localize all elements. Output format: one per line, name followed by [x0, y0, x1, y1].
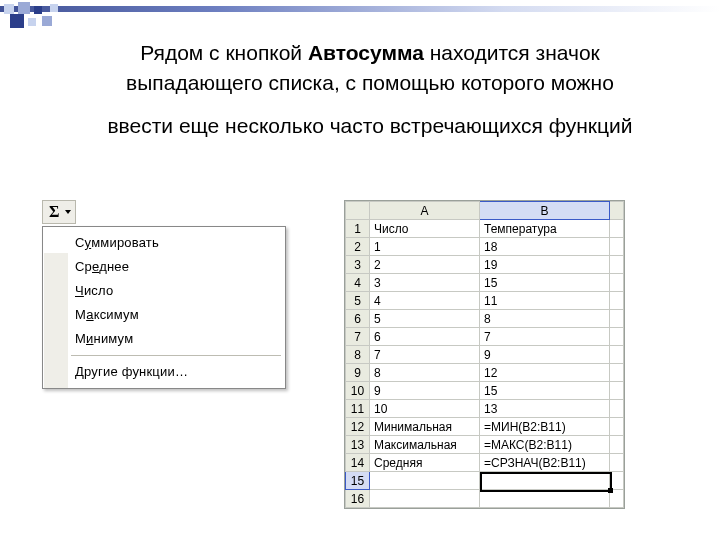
cell-c2[interactable] [610, 238, 624, 256]
table-row: 2118 [346, 238, 624, 256]
row-header[interactable]: 16 [346, 490, 370, 508]
cell-b2[interactable]: 18 [480, 238, 610, 256]
cell-c5[interactable] [610, 292, 624, 310]
table-row: 5411 [346, 292, 624, 310]
cell-a2[interactable]: 1 [370, 238, 480, 256]
cell-b6[interactable]: 8 [480, 310, 610, 328]
cell-b12[interactable]: =МИН(B2:B11) [480, 418, 610, 436]
row-header[interactable]: 1 [346, 220, 370, 238]
row-header[interactable]: 15 [346, 472, 370, 490]
slide: Рядом с кнопкой Автосумма находится знач… [0, 0, 720, 540]
cell-a11[interactable]: 10 [370, 400, 480, 418]
cell-a12[interactable]: Минимальная [370, 418, 480, 436]
table-row: 111013 [346, 400, 624, 418]
cell-c6[interactable] [610, 310, 624, 328]
row-header[interactable]: 12 [346, 418, 370, 436]
cell-b11[interactable]: 13 [480, 400, 610, 418]
cell-c12[interactable] [610, 418, 624, 436]
cell-b1[interactable]: Температура [480, 220, 610, 238]
spreadsheet-table: A B 1ЧислоТемпература2118321943155411658… [345, 201, 624, 508]
cell-c3[interactable] [610, 256, 624, 274]
table-row: 658 [346, 310, 624, 328]
cell-a8[interactable]: 7 [370, 346, 480, 364]
cell-a10[interactable]: 9 [370, 382, 480, 400]
col-header-b[interactable]: B [480, 202, 610, 220]
row-header[interactable]: 5 [346, 292, 370, 310]
row-header[interactable]: 10 [346, 382, 370, 400]
table-row: 13Максимальная=МАКС(B2:B11) [346, 436, 624, 454]
row-header[interactable]: 14 [346, 454, 370, 472]
sigma-icon: Σ [49, 204, 59, 220]
text-bold: Автосумма [308, 41, 424, 64]
cell-c4[interactable] [610, 274, 624, 292]
cell-c9[interactable] [610, 364, 624, 382]
cell-b15[interactable] [480, 472, 610, 490]
table-row: 4315 [346, 274, 624, 292]
cell-a5[interactable]: 4 [370, 292, 480, 310]
text-post: находится значок [424, 41, 600, 64]
menu-item-other-functions[interactable]: Другие функции… [43, 360, 285, 384]
cell-b4[interactable]: 15 [480, 274, 610, 292]
table-row: 15 [346, 472, 624, 490]
cell-a14[interactable]: Средняя [370, 454, 480, 472]
table-row: 879 [346, 346, 624, 364]
cell-a4[interactable]: 3 [370, 274, 480, 292]
menu-item-min[interactable]: Минимум [43, 327, 285, 351]
cell-a15[interactable] [370, 472, 480, 490]
row-header[interactable]: 9 [346, 364, 370, 382]
cell-a7[interactable]: 6 [370, 328, 480, 346]
cell-c15[interactable] [610, 472, 624, 490]
cell-b5[interactable]: 11 [480, 292, 610, 310]
autosum-dropdown: Σ Суммировать Среднее Число Максимум Мин… [42, 200, 286, 389]
menu-item-average[interactable]: Среднее [43, 255, 285, 279]
cell-b3[interactable]: 19 [480, 256, 610, 274]
row-header[interactable]: 7 [346, 328, 370, 346]
cell-c1[interactable] [610, 220, 624, 238]
cell-c7[interactable] [610, 328, 624, 346]
chevron-down-icon [65, 210, 71, 214]
cell-b14[interactable]: =СРЗНАЧ(B2:B11) [480, 454, 610, 472]
row-header[interactable]: 8 [346, 346, 370, 364]
cell-c10[interactable] [610, 382, 624, 400]
menu-item-max[interactable]: Максимум [43, 303, 285, 327]
cell-a9[interactable]: 8 [370, 364, 480, 382]
description-paragraph: Рядом с кнопкой Автосумма находится знач… [60, 38, 680, 141]
cell-b8[interactable]: 9 [480, 346, 610, 364]
cell-b16[interactable] [480, 490, 610, 508]
table-row: 16 [346, 490, 624, 508]
row-header[interactable]: 6 [346, 310, 370, 328]
table-row: 12Минимальная=МИН(B2:B11) [346, 418, 624, 436]
row-header[interactable]: 13 [346, 436, 370, 454]
cell-b10[interactable]: 15 [480, 382, 610, 400]
col-header-a[interactable]: A [370, 202, 480, 220]
cell-c11[interactable] [610, 400, 624, 418]
table-row: 9812 [346, 364, 624, 382]
cell-c13[interactable] [610, 436, 624, 454]
menu-item-sum[interactable]: Суммировать [43, 231, 285, 255]
row-header[interactable]: 4 [346, 274, 370, 292]
col-header-c[interactable] [610, 202, 624, 220]
cell-c14[interactable] [610, 454, 624, 472]
row-header[interactable]: 2 [346, 238, 370, 256]
cell-a13[interactable]: Максимальная [370, 436, 480, 454]
cell-a3[interactable]: 2 [370, 256, 480, 274]
menu-divider [71, 355, 281, 356]
cell-b13[interactable]: =МАКС(B2:B11) [480, 436, 610, 454]
cell-a6[interactable]: 5 [370, 310, 480, 328]
cell-a1[interactable]: Число [370, 220, 480, 238]
table-row: 10915 [346, 382, 624, 400]
autosum-button[interactable]: Σ [42, 200, 76, 224]
table-row: 767 [346, 328, 624, 346]
cell-b9[interactable]: 12 [480, 364, 610, 382]
cell-c8[interactable] [610, 346, 624, 364]
corner-decoration [0, 0, 200, 40]
row-header[interactable]: 11 [346, 400, 370, 418]
menu-item-count[interactable]: Число [43, 279, 285, 303]
cell-b7[interactable]: 7 [480, 328, 610, 346]
row-header[interactable]: 3 [346, 256, 370, 274]
cell-c16[interactable] [610, 490, 624, 508]
corner-cell[interactable] [346, 202, 370, 220]
cell-a16[interactable] [370, 490, 480, 508]
table-row: 1ЧислоТемпература [346, 220, 624, 238]
autosum-menu: Суммировать Среднее Число Максимум Миним… [42, 226, 286, 389]
